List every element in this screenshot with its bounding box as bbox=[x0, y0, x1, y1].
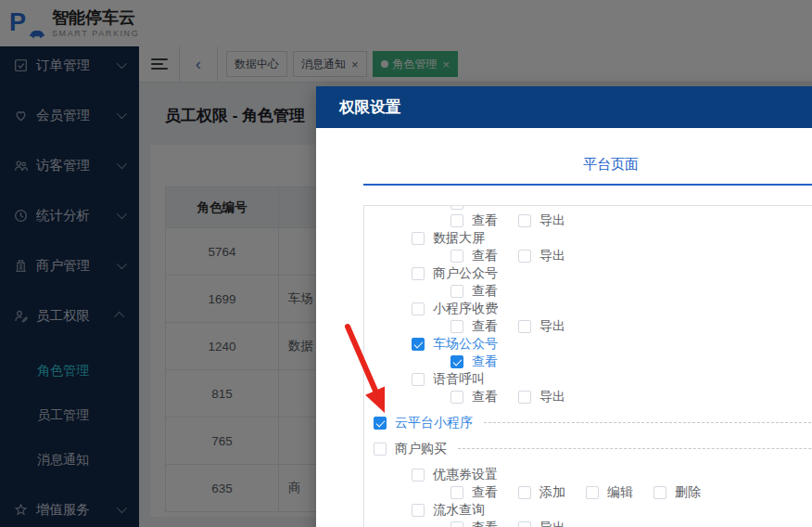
tree-item: 数据大屏 bbox=[412, 230, 485, 247]
tree-item bbox=[450, 205, 518, 210]
tree-item-label[interactable]: 查看 bbox=[472, 248, 498, 264]
tree-item: 商户公众号 bbox=[412, 265, 498, 282]
tree-item-label[interactable]: 查看 bbox=[472, 318, 498, 335]
checkbox-unchecked[interactable] bbox=[412, 232, 425, 245]
tree-item: 查看 bbox=[450, 389, 518, 405]
tree-item-label[interactable]: 导出 bbox=[539, 520, 565, 527]
tree-item-label[interactable]: 查看 bbox=[472, 520, 498, 527]
tab-platform-pages[interactable]: 平台页面 bbox=[363, 154, 812, 174]
tree-item-label[interactable]: 删除 bbox=[675, 484, 701, 501]
tree-item: 删除 bbox=[653, 484, 721, 501]
tree-item: 导出 bbox=[518, 248, 586, 264]
checkbox-unchecked[interactable] bbox=[450, 250, 463, 263]
checkbox-unchecked[interactable] bbox=[518, 521, 531, 527]
checkbox-unchecked[interactable] bbox=[450, 486, 463, 499]
checkbox-unchecked[interactable] bbox=[412, 504, 425, 517]
tree-node-row: 语音呼叫 bbox=[364, 370, 812, 388]
checkbox-unchecked[interactable] bbox=[450, 521, 463, 527]
checkbox-unchecked[interactable] bbox=[450, 391, 463, 404]
tree-leaf-row: 查看导出 bbox=[364, 247, 812, 264]
tree-item: 查看 bbox=[450, 520, 518, 527]
checkbox-checked[interactable] bbox=[374, 417, 387, 430]
tree-item: 导出 bbox=[518, 520, 586, 527]
screen: P 智能停车云 SMART PARKING 订单管理会员管理访客管理统计分析商户… bbox=[0, 0, 812, 527]
tree-item-label[interactable]: 导出 bbox=[539, 389, 565, 405]
tree-leaf-row: 查看导出 bbox=[364, 519, 812, 527]
tree-leaf-row: 查看导出 bbox=[364, 317, 812, 335]
checkbox-unchecked[interactable] bbox=[412, 469, 425, 482]
tree-item-label[interactable]: 导出 bbox=[539, 212, 565, 229]
permission-tree: 查看导出数据大屏查看导出商户公众号查看小程序收费查看导出车场公众号查看语音呼叫查… bbox=[363, 205, 812, 527]
checkbox-unchecked[interactable] bbox=[518, 391, 531, 404]
tree-item-label[interactable]: 数据大屏 bbox=[433, 230, 485, 247]
tree-item: 小程序收费 bbox=[412, 301, 498, 317]
tree-leaf-row: 查看 bbox=[364, 353, 812, 370]
checkbox-unchecked[interactable] bbox=[518, 486, 531, 499]
tree-node-row: 小程序收费 bbox=[364, 300, 812, 317]
tree-item-label[interactable]: 优惠券设置 bbox=[433, 467, 498, 483]
tree-item: 语音呼叫 bbox=[412, 371, 485, 388]
checkbox-unchecked[interactable] bbox=[518, 214, 531, 227]
tree-item: 流水查询 bbox=[412, 502, 485, 519]
tree-item-label[interactable]: 查看 bbox=[472, 484, 498, 501]
tree-item-label[interactable]: 云平台小程序 bbox=[395, 415, 473, 431]
checkbox-unchecked[interactable] bbox=[450, 205, 463, 210]
checkbox-unchecked[interactable] bbox=[518, 320, 531, 333]
checkbox-unchecked[interactable] bbox=[412, 267, 425, 280]
tree-leaf-row: 查看导出 bbox=[364, 212, 812, 229]
tree-item-label[interactable]: 查看 bbox=[472, 283, 498, 300]
checkbox-unchecked[interactable] bbox=[412, 302, 425, 315]
checkbox-checked[interactable] bbox=[412, 338, 425, 351]
tree-item: 查看 bbox=[450, 283, 518, 300]
checkbox-unchecked[interactable] bbox=[450, 214, 463, 227]
tree-item: 添加 bbox=[518, 484, 586, 501]
tree-item-label[interactable]: 查看 bbox=[472, 389, 498, 405]
permission-settings-dialog: 权限设置 平台页面 查看导出数据大屏查看导出商户公众号查看小程序收费查看导出车场… bbox=[316, 86, 812, 527]
tree-item-label[interactable]: 查看 bbox=[472, 212, 498, 229]
tree-node-row: 云平台小程序 bbox=[364, 414, 812, 431]
tree-node-row: 数据大屏 bbox=[364, 229, 812, 247]
checkbox-unchecked[interactable] bbox=[450, 285, 463, 298]
checkbox-unchecked[interactable] bbox=[653, 486, 666, 499]
tree-item: 优惠券设置 bbox=[412, 467, 498, 483]
checkbox-unchecked[interactable] bbox=[412, 373, 425, 386]
tree-leaf-row: 查看导出 bbox=[364, 388, 812, 405]
tree-item-label[interactable]: 编辑 bbox=[607, 484, 633, 501]
tree-item: 导出 bbox=[518, 318, 586, 335]
tree-node-row: 车场公众号 bbox=[364, 335, 812, 353]
tree-item-label[interactable]: 商户购买 bbox=[395, 441, 447, 457]
tree-item: 查看 bbox=[450, 248, 518, 264]
tree-item-label[interactable]: 小程序收费 bbox=[433, 301, 498, 317]
tree-item: 编辑 bbox=[586, 484, 653, 501]
tree-item-label[interactable]: 流水查询 bbox=[433, 502, 485, 519]
checkbox-unchecked[interactable] bbox=[374, 443, 387, 456]
dashed-leader-line bbox=[458, 448, 812, 449]
tree-item-label[interactable]: 导出 bbox=[539, 318, 565, 335]
tree-row-partial bbox=[364, 205, 812, 212]
tree-item-label[interactable]: 查看 bbox=[472, 353, 498, 370]
tree-item-label[interactable]: 车场公众号 bbox=[433, 336, 498, 353]
tree-item: 查看 bbox=[450, 484, 518, 501]
tree-item-label[interactable]: 添加 bbox=[539, 484, 565, 501]
tree-item-label[interactable]: 语音呼叫 bbox=[433, 371, 485, 388]
tree-node-row: 商户公众号 bbox=[364, 264, 812, 282]
tree-node-row: 优惠券设置 bbox=[364, 466, 812, 483]
tree-item: 商户购买 bbox=[374, 441, 447, 457]
tree-leaf-row: 查看 bbox=[364, 282, 812, 300]
tree-node-row: 商户购买 bbox=[364, 440, 812, 457]
active-tab-underline bbox=[363, 184, 812, 186]
tree-item: 查看 bbox=[450, 353, 518, 370]
tree-item-label[interactable]: 导出 bbox=[539, 248, 565, 264]
tree-item: 车场公众号 bbox=[412, 336, 498, 353]
tree-item: 导出 bbox=[518, 212, 586, 229]
dialog-title: 权限设置 bbox=[316, 97, 400, 118]
checkbox-checked[interactable] bbox=[450, 355, 463, 368]
tree-item-label[interactable]: 商户公众号 bbox=[433, 265, 498, 282]
tree-node-row: 流水查询 bbox=[364, 501, 812, 519]
checkbox-unchecked[interactable] bbox=[586, 486, 599, 499]
checkbox-unchecked[interactable] bbox=[518, 250, 531, 263]
dialog-tab-strip: 平台页面 bbox=[363, 154, 812, 186]
tree-item: 查看 bbox=[450, 318, 518, 335]
tree-item: 云平台小程序 bbox=[374, 415, 473, 431]
checkbox-unchecked[interactable] bbox=[450, 320, 463, 333]
